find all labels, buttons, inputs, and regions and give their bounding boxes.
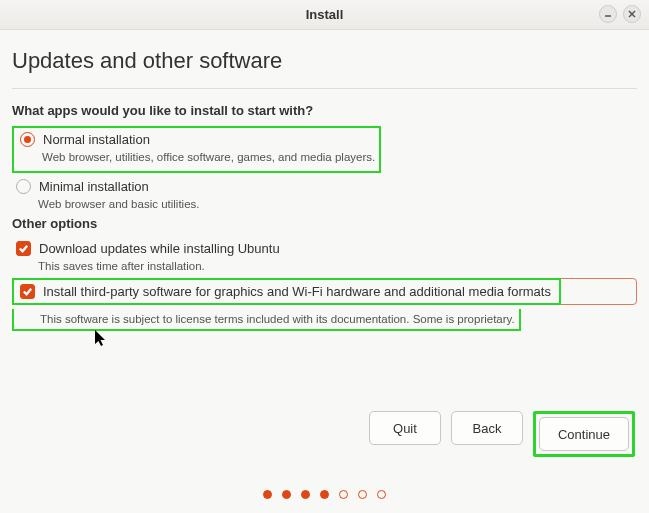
radio-icon (20, 132, 35, 147)
continue-button[interactable]: Continue (539, 417, 629, 451)
third-party-label: Install third-party software for graphic… (43, 284, 551, 299)
dot (358, 490, 367, 499)
checkbox-icon (16, 241, 31, 256)
cursor-icon (95, 330, 109, 348)
quit-button[interactable]: Quit (369, 411, 441, 445)
dot (263, 490, 272, 499)
checkbox-icon (20, 284, 35, 299)
dot (282, 490, 291, 499)
titlebar: Install (0, 0, 649, 30)
divider (12, 88, 637, 89)
normal-install-radio[interactable]: Normal installation (16, 130, 375, 149)
progress-dots (0, 490, 649, 499)
page-title: Updates and other software (12, 48, 637, 74)
download-updates-checkbox[interactable]: Download updates while installing Ubuntu (12, 239, 637, 258)
minimal-install-radio[interactable]: Minimal installation (12, 177, 637, 196)
third-party-checkbox[interactable]: Install third-party software for graphic… (16, 282, 555, 301)
dot (377, 490, 386, 499)
minimize-button[interactable] (599, 5, 617, 23)
download-updates-label: Download updates while installing Ubuntu (39, 241, 280, 256)
dot (301, 490, 310, 499)
minimal-install-label: Minimal installation (39, 179, 149, 194)
minimal-install-desc: Web browser and basic utilities. (38, 198, 637, 210)
third-party-desc: This software is subject to license term… (40, 313, 515, 325)
dot (320, 490, 329, 499)
radio-icon (16, 179, 31, 194)
dot (339, 490, 348, 499)
apps-section-label: What apps would you like to install to s… (12, 103, 637, 118)
download-updates-desc: This saves time after installation. (38, 260, 637, 272)
other-section-label: Other options (12, 216, 637, 231)
window-title: Install (306, 7, 344, 22)
close-button[interactable] (623, 5, 641, 23)
normal-install-desc: Web browser, utilities, office software,… (42, 151, 375, 163)
back-button[interactable]: Back (451, 411, 523, 445)
normal-install-label: Normal installation (43, 132, 150, 147)
